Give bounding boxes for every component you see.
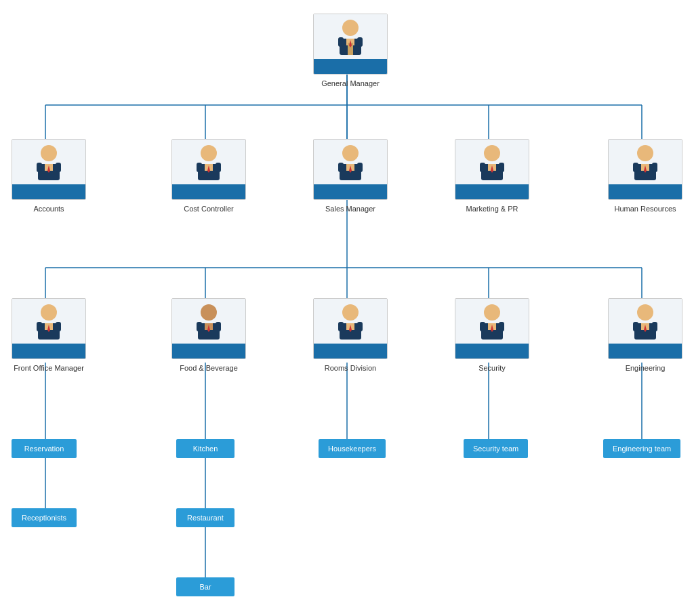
svg-rect-39 xyxy=(216,163,221,172)
node-sales-manager: Sales Manager xyxy=(310,139,391,213)
label-sales-manager: Sales Manager xyxy=(310,204,391,213)
svg-rect-56 xyxy=(633,163,638,172)
box-security-team: Security team xyxy=(464,439,528,458)
card-footer-accounts xyxy=(12,184,85,199)
person-icon-sales-manager xyxy=(333,142,368,182)
svg-rect-38 xyxy=(197,163,202,172)
card-footer-human-resources xyxy=(609,184,682,199)
svg-point-29 xyxy=(41,145,57,161)
svg-rect-44 xyxy=(338,163,344,172)
avatar-rooms-division xyxy=(314,299,387,344)
svg-point-59 xyxy=(41,304,57,321)
svg-rect-57 xyxy=(652,163,657,172)
box-restaurant: Restaurant xyxy=(176,508,234,527)
person-icon-marketing-pr xyxy=(474,142,510,182)
person-icon-human-resources xyxy=(628,142,663,182)
label-security: Security xyxy=(451,363,533,373)
svg-point-47 xyxy=(484,145,500,161)
avatar-accounts xyxy=(12,140,85,184)
svg-rect-26 xyxy=(357,37,363,47)
svg-point-77 xyxy=(484,304,500,321)
box-bar: Bar xyxy=(176,577,234,596)
node-reservation: Reservation xyxy=(12,439,77,458)
svg-point-71 xyxy=(342,304,359,321)
svg-rect-75 xyxy=(357,322,363,331)
svg-point-53 xyxy=(637,145,653,161)
person-icon-accounts xyxy=(31,142,66,182)
person-icon-rooms-division xyxy=(333,302,368,341)
label-front-office: Front Office Manager xyxy=(8,363,89,373)
card-footer-cost-controller xyxy=(172,184,245,199)
svg-point-22 xyxy=(342,20,359,36)
person-icon-food-beverage xyxy=(191,302,226,341)
card-box-gm xyxy=(313,14,388,75)
card-box-human-resources xyxy=(608,139,682,200)
avatar-sales-manager xyxy=(314,140,387,184)
card-box-accounts xyxy=(12,139,86,200)
node-cost-controller: Cost Controller xyxy=(168,139,249,213)
card-footer-food-beverage xyxy=(172,344,245,358)
svg-rect-45 xyxy=(357,163,363,172)
card-box-cost-controller xyxy=(171,139,246,200)
svg-rect-80 xyxy=(480,322,485,331)
label-engineering: Engineering xyxy=(605,363,686,373)
node-rooms-division: Rooms Division xyxy=(310,298,391,373)
label-rooms-division: Rooms Division xyxy=(310,363,391,373)
node-housekeepers: Housekeepers xyxy=(319,439,386,458)
avatar-marketing-pr xyxy=(455,140,529,184)
label-marketing-pr: Marketing & PR xyxy=(451,204,533,213)
svg-rect-74 xyxy=(338,322,344,331)
person-icon-security xyxy=(474,302,510,341)
avatar-gm xyxy=(314,14,387,59)
node-bar: Bar xyxy=(176,577,234,596)
node-security-team: Security team xyxy=(464,439,528,458)
label-general-manager: General Manager xyxy=(310,79,391,88)
avatar-front-office xyxy=(12,299,85,344)
svg-rect-51 xyxy=(499,163,504,172)
card-box-food-beverage xyxy=(171,298,246,359)
svg-rect-33 xyxy=(56,163,61,172)
card-footer-security xyxy=(455,344,529,358)
person-icon-engineering xyxy=(628,302,663,341)
avatar-human-resources xyxy=(609,140,682,184)
svg-point-65 xyxy=(201,304,217,321)
label-human-resources: Human Resources xyxy=(605,204,686,213)
box-kitchen: Kitchen xyxy=(176,439,234,458)
card-box-marketing-pr xyxy=(455,139,529,200)
svg-rect-50 xyxy=(480,163,485,172)
node-restaurant: Restaurant xyxy=(176,508,234,527)
node-engineering: Engineering xyxy=(605,298,686,373)
person-icon-front-office xyxy=(31,302,66,341)
card-footer-front-office xyxy=(12,344,85,358)
box-engineering-team: Engineering team xyxy=(603,439,680,458)
avatar-cost-controller xyxy=(172,140,245,184)
svg-rect-25 xyxy=(338,37,344,47)
svg-rect-86 xyxy=(633,322,638,331)
node-security: Security xyxy=(451,298,533,373)
node-engineering-team: Engineering team xyxy=(603,439,680,458)
node-food-beverage: Food & Beverage xyxy=(168,298,249,373)
box-reservation: Reservation xyxy=(12,439,77,458)
card-box-engineering xyxy=(608,298,682,359)
label-cost-controller: Cost Controller xyxy=(168,204,249,213)
avatar-security xyxy=(455,299,529,344)
box-housekeepers: Housekeepers xyxy=(319,439,386,458)
avatar-food-beverage xyxy=(172,299,245,344)
card-box-sales-manager xyxy=(313,139,388,200)
svg-rect-81 xyxy=(499,322,504,331)
org-chart: General Manager Accounts xyxy=(0,0,694,616)
node-general-manager: General Manager xyxy=(310,14,391,88)
node-receptionists: Receptionists xyxy=(12,508,77,527)
avatar-engineering xyxy=(609,299,682,344)
card-footer-sales-manager xyxy=(314,184,387,199)
node-marketing-pr: Marketing & PR xyxy=(451,139,533,213)
svg-rect-63 xyxy=(56,322,61,331)
label-accounts: Accounts xyxy=(8,204,89,213)
svg-rect-62 xyxy=(37,322,42,331)
person-icon-gm xyxy=(333,17,368,56)
svg-rect-69 xyxy=(216,322,221,331)
svg-point-41 xyxy=(342,145,359,161)
svg-rect-87 xyxy=(652,322,657,331)
node-human-resources: Human Resources xyxy=(605,139,686,213)
card-box-security xyxy=(455,298,529,359)
